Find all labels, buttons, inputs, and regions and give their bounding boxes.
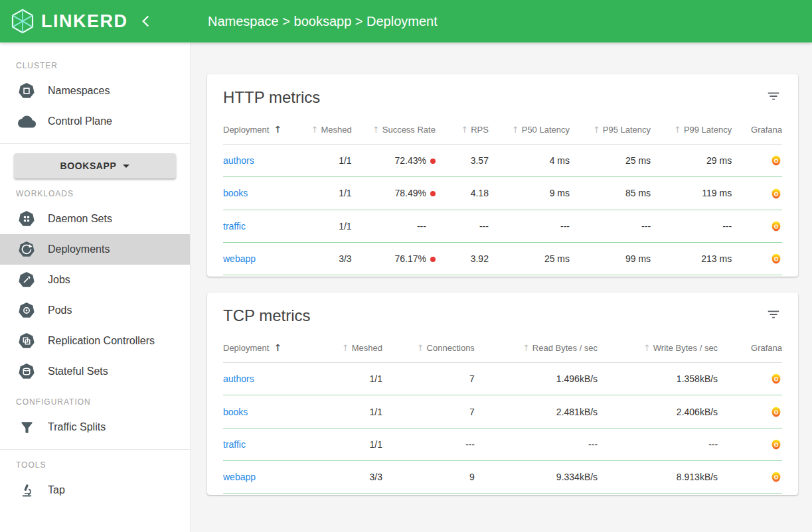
cell-grafana <box>732 242 782 275</box>
sidebar-item-traffic-splits[interactable]: Traffic Splits <box>0 412 190 442</box>
column-header-rps[interactable]: ↑RPS <box>436 119 489 145</box>
cell-connections: 9 <box>382 461 475 494</box>
column-header-p99-latency[interactable]: ↑P99 Latency <box>651 119 732 145</box>
cell-meshed: 1/1 <box>304 210 352 242</box>
deployment-link[interactable]: webapp <box>223 472 256 482</box>
cell-read-bytes: 9.334kB/s <box>475 461 598 494</box>
column-header-connections[interactable]: ↑Connections <box>382 337 475 363</box>
cell-grafana <box>718 395 782 428</box>
cell-rps: 4.18 <box>436 177 489 210</box>
filter-button[interactable] <box>765 86 782 108</box>
cell-p95-latency: 85 ms <box>570 177 651 210</box>
grafana-link[interactable] <box>770 438 782 450</box>
grafana-link[interactable] <box>770 406 782 418</box>
success-rate-alert-dot <box>430 191 436 196</box>
linkerd-logo-text: LINKERD <box>41 13 128 31</box>
column-label: Grafana <box>751 125 782 135</box>
sort-arrow-icon: ↑ <box>311 125 318 135</box>
namespace-selector-button[interactable]: BOOKSAPP <box>14 153 176 178</box>
cell-p99-latency: 29 ms <box>651 145 732 177</box>
grafana-link[interactable] <box>770 253 782 265</box>
sidebar-item-daemon-sets[interactable]: Daemon Sets <box>0 204 190 234</box>
traffic-splits-icon <box>17 419 36 436</box>
daemon-sets-icon <box>17 210 36 228</box>
caret-down-icon <box>123 165 129 168</box>
cell-deployment: webapp <box>223 461 304 494</box>
column-label: P99 Latency <box>684 125 732 135</box>
cell-grafana <box>718 363 782 395</box>
deployment-link[interactable]: books <box>223 407 248 417</box>
sidebar-item-jobs[interactable]: Jobs <box>0 265 190 295</box>
deployment-link[interactable]: traffic <box>223 221 246 232</box>
control-plane-icon <box>17 113 36 131</box>
column-header-deployment[interactable]: Deployment↑ <box>223 337 304 363</box>
sidebar-item-label: Tap <box>48 484 65 496</box>
column-header-grafana: Grafana <box>718 337 782 363</box>
http-metrics-card: HTTP metrics Deployment↑ ↑Meshed ↑Succes… <box>207 74 798 277</box>
grafana-icon <box>770 253 782 265</box>
sidebar-item-label: Control Plane <box>48 115 112 127</box>
sidebar-item-tap[interactable]: Tap <box>0 475 190 505</box>
column-label: Meshed <box>321 125 351 135</box>
deployment-link[interactable]: authors <box>223 155 254 166</box>
column-label: Connections <box>427 343 475 353</box>
table-row: books 1/1 78.49% 4.18 9 ms 85 ms 119 ms <box>223 177 782 210</box>
success-rate-alert-dot <box>430 159 436 164</box>
column-header-grafana: Grafana <box>732 119 782 145</box>
deployment-link[interactable]: webapp <box>223 253 256 264</box>
sidebar-item-control-plane[interactable]: Control Plane <box>0 106 190 137</box>
sidebar-item-label: Jobs <box>48 274 70 286</box>
column-header-success-rate[interactable]: ↑Success Rate <box>352 119 436 145</box>
grafana-link[interactable] <box>770 220 782 232</box>
cell-meshed: 3/3 <box>304 461 382 494</box>
sidebar-item-pods[interactable]: Pods <box>0 295 190 326</box>
chevron-left-icon <box>137 22 155 32</box>
linkerd-logo-icon <box>9 8 36 34</box>
sidebar-item-stateful-sets[interactable]: Stateful Sets <box>0 356 190 387</box>
sort-arrow-icon: ↑ <box>342 343 349 353</box>
namespace-selector-label: BOOKSAPP <box>60 161 117 171</box>
grafana-link[interactable] <box>770 471 782 483</box>
column-label: Deployment <box>223 125 269 135</box>
grafana-link[interactable] <box>770 188 782 200</box>
cell-grafana <box>732 210 782 242</box>
column-header-read-bytes[interactable]: ↑Read Bytes / sec <box>475 337 598 363</box>
top-bar: LINKERD Namespace > booksapp > Deploymen… <box>0 0 812 42</box>
grafana-icon <box>770 373 782 385</box>
filter-button[interactable] <box>765 304 782 326</box>
cell-write-bytes: --- <box>598 428 718 460</box>
column-label: Success Rate <box>382 125 436 135</box>
sidebar-item-replication-controllers[interactable]: Replication Controllers <box>0 326 190 356</box>
deployment-link[interactable]: books <box>223 188 248 198</box>
cell-read-bytes: 2.481kB/s <box>475 395 598 428</box>
grafana-link[interactable] <box>770 373 782 385</box>
cell-success-rate: 72.43% <box>352 145 436 177</box>
cell-grafana <box>718 461 782 494</box>
grafana-icon <box>770 438 782 450</box>
column-header-p50-latency[interactable]: ↑P50 Latency <box>489 119 570 145</box>
column-header-meshed[interactable]: ↑Meshed <box>304 119 352 145</box>
sidebar-divider <box>0 143 190 144</box>
sidebar-collapse-button[interactable] <box>137 13 155 32</box>
cell-deployment: authors <box>223 363 304 395</box>
column-header-deployment[interactable]: Deployment↑ <box>223 119 304 145</box>
deployment-link[interactable]: authors <box>223 373 254 384</box>
column-header-write-bytes[interactable]: ↑Write Bytes / sec <box>598 337 718 363</box>
column-header-meshed[interactable]: ↑Meshed <box>304 337 382 363</box>
cell-p99-latency: 119 ms <box>651 177 732 210</box>
cell-p95-latency: 25 ms <box>570 145 651 177</box>
deployment-link[interactable]: traffic <box>223 439 246 450</box>
grafana-link[interactable] <box>770 155 782 166</box>
filter-icon <box>766 96 781 105</box>
sort-arrow-icon: ↑ <box>643 343 651 353</box>
cell-rps: --- <box>436 210 489 242</box>
cell-connections: --- <box>382 428 475 460</box>
grafana-icon <box>770 471 782 483</box>
sidebar-item-deployments[interactable]: Deployments <box>0 234 190 265</box>
cell-read-bytes: 1.496kB/s <box>475 363 598 395</box>
column-header-p95-latency[interactable]: ↑P95 Latency <box>570 119 651 145</box>
sort-arrow-icon: ↑ <box>523 343 530 353</box>
sidebar-item-namespaces[interactable]: Namespaces <box>0 76 190 106</box>
cell-write-bytes: 1.358kB/s <box>598 363 718 395</box>
cell-meshed: 1/1 <box>304 177 352 210</box>
